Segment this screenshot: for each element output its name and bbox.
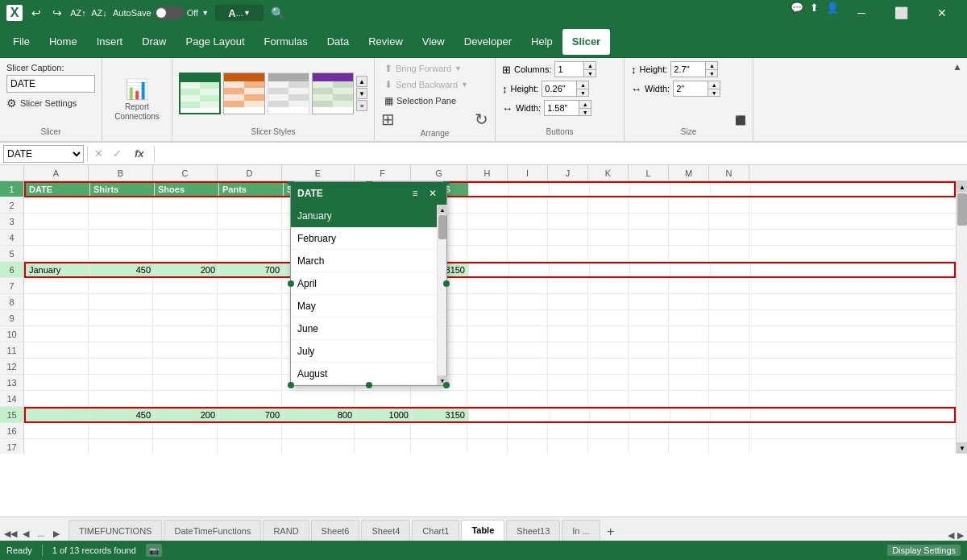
cell-i3[interactable]: [508, 214, 548, 229]
cell-d9[interactable]: [218, 310, 282, 326]
cell-d12[interactable]: [218, 359, 282, 374]
sheet-tab-table[interactable]: Table: [461, 520, 504, 541]
cell-n5[interactable]: [709, 246, 749, 261]
col-header-m[interactable]: M: [669, 165, 709, 180]
row-num-16[interactable]: 16: [0, 423, 23, 439]
btn-height-up-btn[interactable]: ▲: [577, 81, 588, 89]
slicer-item-february[interactable]: February: [291, 227, 437, 250]
cell-k7[interactable]: [588, 278, 629, 293]
cell-i8[interactable]: [508, 294, 548, 309]
row-num-3[interactable]: 3: [0, 214, 23, 230]
col-header-i[interactable]: I: [508, 165, 548, 180]
cell-d4[interactable]: [218, 230, 282, 245]
menu-home[interactable]: Home: [39, 29, 87, 55]
cell-m11[interactable]: [669, 342, 709, 358]
report-connections-icon[interactable]: 📊: [125, 78, 149, 101]
cell-a17[interactable]: [24, 439, 89, 454]
sheet-nav-next[interactable]: ▶: [49, 526, 64, 541]
menu-view[interactable]: View: [413, 29, 454, 55]
cell-k4[interactable]: [588, 230, 629, 245]
cell-i17[interactable]: [508, 439, 548, 454]
cell-c6[interactable]: 200: [155, 263, 219, 276]
slicer-item-march[interactable]: March: [291, 250, 437, 272]
redo-icon[interactable]: ↪: [50, 6, 64, 20]
cell-l7[interactable]: [629, 278, 669, 293]
cell-c12[interactable]: [153, 359, 218, 374]
cell-j15[interactable]: [550, 409, 590, 421]
cell-b3[interactable]: [89, 214, 153, 229]
col-header-h[interactable]: H: [467, 165, 508, 180]
cell-l15[interactable]: [630, 409, 670, 421]
cell-k8[interactable]: [588, 294, 629, 309]
cell-f14[interactable]: [355, 391, 411, 406]
v-scrollbar[interactable]: ▲ ▼: [956, 181, 967, 454]
cell-n15[interactable]: [711, 409, 751, 421]
cell-h13[interactable]: [467, 375, 508, 390]
row-num-5[interactable]: 5: [0, 246, 23, 262]
cell-k16[interactable]: [588, 423, 629, 438]
cell-j8[interactable]: [548, 294, 588, 309]
cell-e16[interactable]: [282, 423, 355, 438]
slicer-scrollbar[interactable]: ▲ ▼: [437, 205, 446, 385]
cell-i5[interactable]: [508, 246, 548, 261]
restore-btn[interactable]: ⬜: [883, 0, 920, 26]
cell-d13[interactable]: [218, 375, 282, 390]
bring-forward-btn[interactable]: ⬆ Bring Forward ▼: [381, 61, 488, 76]
cell-c8[interactable]: [153, 294, 218, 309]
cell-l10[interactable]: [629, 326, 669, 342]
cell-h15[interactable]: [469, 409, 509, 421]
cell-j17[interactable]: [548, 439, 588, 454]
menu-page-layout[interactable]: Page Layout: [176, 29, 255, 55]
account-icon[interactable]: 👤: [825, 0, 840, 15]
cell-a15[interactable]: [26, 409, 90, 421]
cell-i15[interactable]: [509, 409, 550, 421]
cell-c9[interactable]: [153, 310, 218, 326]
bring-forward-dropdown[interactable]: ▼: [454, 64, 462, 73]
cell-d16[interactable]: [218, 423, 282, 438]
cell-h4[interactable]: [467, 230, 508, 245]
cell-h7[interactable]: [467, 278, 508, 293]
menu-formulas[interactable]: Formulas: [255, 29, 317, 55]
cell-a12[interactable]: [24, 359, 89, 374]
cell-l5[interactable]: [629, 246, 669, 261]
slicer-scroll-thumb[interactable]: [438, 215, 446, 239]
slicer-item-april[interactable]: April: [291, 272, 437, 295]
resize-handle-mr[interactable]: [443, 280, 450, 287]
cell-b6[interactable]: 450: [90, 263, 155, 276]
cell-n9[interactable]: [709, 310, 749, 326]
ribbon-collapse-btn[interactable]: ▲: [948, 58, 967, 141]
cell-h5[interactable]: [467, 246, 508, 261]
cell-n17[interactable]: [709, 439, 749, 454]
cell-h10[interactable]: [467, 326, 508, 342]
cell-l4[interactable]: [629, 230, 669, 245]
sheet-tab-datetimefunctions[interactable]: DateTimeFunctions: [164, 520, 261, 541]
sheet-nav-first[interactable]: ◀◀: [3, 526, 18, 541]
cell-a5[interactable]: [24, 246, 89, 261]
cell-i16[interactable]: [508, 423, 548, 438]
confirm-btn[interactable]: ✓: [110, 146, 125, 161]
cell-k12[interactable]: [588, 359, 629, 374]
cell-k15[interactable]: [590, 409, 630, 421]
cell-h12[interactable]: [467, 359, 508, 374]
cell-n11[interactable]: [709, 342, 749, 358]
cell-l6[interactable]: [630, 263, 670, 276]
row-num-9[interactable]: 9: [0, 310, 23, 326]
col-header-f[interactable]: F: [355, 165, 411, 180]
cell-i11[interactable]: [508, 342, 548, 358]
cell-b16[interactable]: [89, 423, 153, 438]
align-icon[interactable]: ⊞: [381, 110, 395, 129]
cell-a14[interactable]: [24, 391, 89, 406]
menu-draw[interactable]: Draw: [132, 29, 176, 55]
cell-l12[interactable]: [629, 359, 669, 374]
cell-m12[interactable]: [669, 359, 709, 374]
cell-l13[interactable]: [629, 375, 669, 390]
cell-a8[interactable]: [24, 294, 89, 309]
cell-n2[interactable]: [709, 197, 749, 213]
col-header-j[interactable]: J: [548, 165, 588, 180]
cell-g16[interactable]: [411, 423, 467, 438]
cell-h11[interactable]: [467, 342, 508, 358]
cell-b8[interactable]: [89, 294, 153, 309]
cell-f16[interactable]: [355, 423, 411, 438]
cell-i10[interactable]: [508, 326, 548, 342]
cell-m5[interactable]: [669, 246, 709, 261]
